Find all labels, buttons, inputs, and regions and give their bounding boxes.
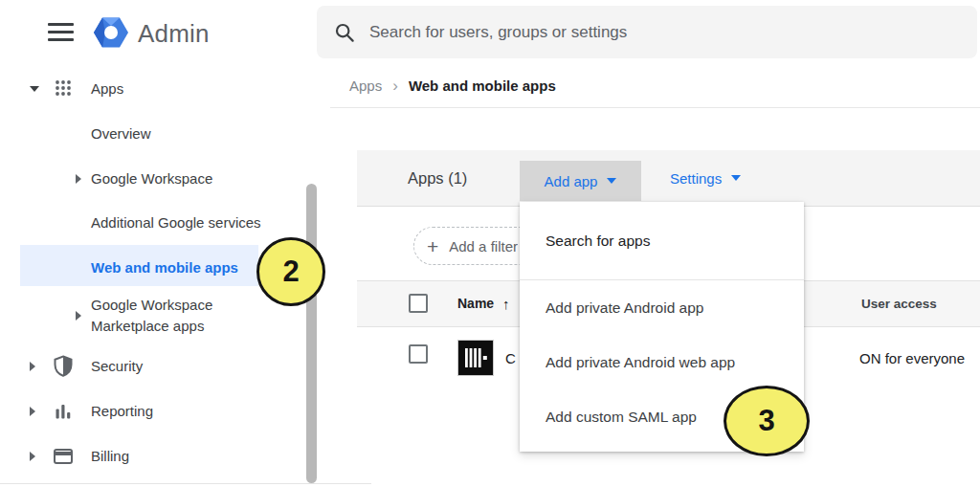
app-logo-icon xyxy=(457,340,494,376)
sidebar-item-reporting[interactable]: Reporting xyxy=(91,401,153,422)
admin-logo[interactable] xyxy=(93,14,129,55)
header-divider xyxy=(330,107,980,108)
add-filter-label: Add a filter xyxy=(449,238,518,255)
breadcrumb-current: Web and mobile apps xyxy=(409,77,556,94)
sidebar-item-apps[interactable]: Apps xyxy=(91,78,123,100)
name-column-header[interactable]: Name xyxy=(457,281,494,325)
chevron-right-icon[interactable] xyxy=(30,407,35,416)
apps-toolbar: Apps (1) Add app Settings xyxy=(357,150,980,207)
apps-count-label: Apps (1) xyxy=(408,150,467,206)
add-app-button[interactable]: Add app xyxy=(520,161,641,201)
sidebar-item-web-and-mobile-apps[interactable]: Web and mobile apps xyxy=(91,257,238,278)
sort-ascending-icon: ↑ xyxy=(502,281,510,325)
user-access-value: ON for everyone xyxy=(859,350,965,366)
app-title: Admin xyxy=(138,19,210,49)
sidebar-item-additional-google-services[interactable]: Additional Google services xyxy=(91,212,261,233)
add-app-button-label: Add app xyxy=(545,173,598,189)
credit-card-icon xyxy=(54,449,73,464)
row-checkbox[interactable] xyxy=(409,344,428,364)
search-icon xyxy=(335,23,354,42)
settings-button[interactable]: Settings xyxy=(670,150,741,206)
plus-icon: + xyxy=(427,236,438,256)
sidebar-bottom-divider xyxy=(0,483,371,484)
sidebar-item-marketplace-apps[interactable]: Google Workspace Marketplace apps xyxy=(91,295,273,337)
settings-button-label: Settings xyxy=(670,170,722,187)
menu-item-add-private-android-app[interactable]: Add private Android app xyxy=(520,280,804,335)
apps-grid-icon xyxy=(55,79,72,97)
sidebar-item-security[interactable]: Security xyxy=(91,356,143,377)
search-input[interactable] xyxy=(368,22,946,43)
menu-item-add-private-android-web-app[interactable]: Add private Android web app xyxy=(520,335,804,389)
menu-item-search-for-apps[interactable]: Search for apps xyxy=(520,202,804,279)
chevron-right-icon[interactable] xyxy=(76,311,81,321)
admin-hexagon-icon xyxy=(93,14,129,51)
sidebar-item-billing[interactable]: Billing xyxy=(91,446,129,467)
sidebar-scrollbar[interactable] xyxy=(306,184,317,483)
breadcrumb-apps-link[interactable]: Apps xyxy=(349,77,382,94)
breadcrumb-separator-icon: › xyxy=(392,77,398,94)
chevron-right-icon[interactable] xyxy=(30,452,35,461)
chevron-down-icon[interactable] xyxy=(30,86,39,92)
select-all-checkbox[interactable] xyxy=(409,294,428,313)
bar-chart-icon xyxy=(55,403,72,419)
sidebar-item-google-workspace[interactable]: Google Workspace xyxy=(91,168,212,189)
search-bar[interactable] xyxy=(317,6,977,58)
annotation-step-2: 2 xyxy=(256,237,325,306)
annotation-step-3: 3 xyxy=(724,386,810,456)
chevron-right-icon[interactable] xyxy=(30,362,35,371)
app-name: C xyxy=(505,350,516,366)
chevron-down-icon xyxy=(607,178,616,184)
breadcrumb: Apps › Web and mobile apps xyxy=(349,75,556,96)
hamburger-menu-icon[interactable] xyxy=(48,23,74,41)
chevron-right-icon[interactable] xyxy=(76,174,81,184)
chevron-down-icon xyxy=(731,175,741,181)
user-access-column-header: User access xyxy=(861,281,937,325)
sidebar-item-overview[interactable]: Overview xyxy=(91,123,151,144)
shield-icon xyxy=(54,355,73,377)
